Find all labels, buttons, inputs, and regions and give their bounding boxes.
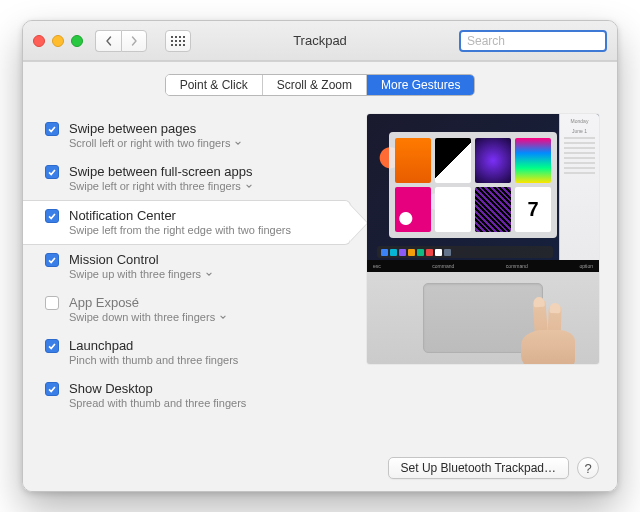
chevron-down-icon: [205, 268, 213, 280]
option-subtitle: Pinch with thumb and three fingers: [69, 354, 238, 366]
hand-icon: [511, 298, 575, 364]
gesture-options-list: Swipe between pages Scroll left or right…: [41, 114, 351, 447]
show-all-button[interactable]: [165, 30, 191, 52]
notification-center-panel: Monday June 1: [559, 114, 599, 260]
checkbox-notification-center[interactable]: [45, 209, 59, 223]
window-controls: [33, 35, 83, 47]
checkbox-mission-control[interactable]: [45, 253, 59, 267]
search-input[interactable]: [467, 34, 617, 48]
tab-point-click[interactable]: Point & Click: [166, 75, 263, 95]
option-title: Swipe between full-screen apps: [69, 164, 253, 179]
option-notification-center[interactable]: Notification Center Swipe left from the …: [23, 200, 351, 245]
option-subtitle[interactable]: Swipe left or right with three fingers: [69, 180, 253, 192]
footer: Set Up Bluetooth Trackpad… ?: [23, 447, 617, 491]
preview-dock: [377, 246, 553, 258]
tab-more-gestures[interactable]: More Gestures: [367, 75, 474, 95]
option-subtitle[interactable]: Swipe up with three fingers: [69, 268, 213, 280]
option-title: Show Desktop: [69, 381, 246, 396]
preview-screen: Monday June 1: [367, 114, 599, 260]
chevron-down-icon: [245, 180, 253, 192]
option-title: Mission Control: [69, 252, 213, 267]
zoom-button[interactable]: [71, 35, 83, 47]
option-title: Notification Center: [69, 208, 291, 223]
option-app-expose[interactable]: App Exposé Swipe down with three fingers: [41, 288, 351, 331]
chevron-down-icon: [219, 311, 227, 323]
help-button[interactable]: ?: [577, 457, 599, 479]
tab-bar: Point & Click Scroll & Zoom More Gesture…: [23, 74, 617, 96]
trackpad-preferences-window: Trackpad Point & Click Scroll & Zoom Mor…: [22, 20, 618, 492]
preview-touchbar: esc command command option: [367, 260, 599, 272]
checkbox-swipe-pages[interactable]: [45, 122, 59, 136]
setup-bluetooth-trackpad-button[interactable]: Set Up Bluetooth Trackpad…: [388, 457, 569, 479]
option-subtitle[interactable]: Scroll left or right with two fingers: [69, 137, 242, 149]
tab-scroll-zoom[interactable]: Scroll & Zoom: [263, 75, 367, 95]
option-title: App Exposé: [69, 295, 227, 310]
checkbox-show-desktop[interactable]: [45, 382, 59, 396]
checkbox-swipe-apps[interactable]: [45, 165, 59, 179]
option-launchpad[interactable]: Launchpad Pinch with thumb and three fin…: [41, 331, 351, 374]
option-mission-control[interactable]: Mission Control Swipe up with three fing…: [41, 245, 351, 288]
grid-icon: [171, 36, 185, 46]
titlebar: Trackpad: [23, 21, 617, 61]
main-panel: Point & Click Scroll & Zoom More Gesture…: [23, 61, 617, 491]
option-swipe-between-pages[interactable]: Swipe between pages Scroll left or right…: [41, 114, 351, 157]
option-subtitle[interactable]: Swipe down with three fingers: [69, 311, 227, 323]
nav-buttons: [95, 30, 147, 52]
desktop-thumbnails: [389, 132, 557, 238]
forward-button[interactable]: [121, 30, 147, 52]
minimize-button[interactable]: [52, 35, 64, 47]
search-field[interactable]: [459, 30, 607, 52]
checkbox-launchpad[interactable]: [45, 339, 59, 353]
preview-trackpad-area: [367, 272, 599, 364]
gesture-preview: Monday June 1 esc command command option: [367, 114, 599, 364]
option-swipe-fullscreen-apps[interactable]: Swipe between full-screen apps Swipe lef…: [41, 157, 351, 200]
option-subtitle: Swipe left from the right edge with two …: [69, 224, 291, 236]
checkbox-app-expose[interactable]: [45, 296, 59, 310]
option-title: Launchpad: [69, 338, 238, 353]
chevron-down-icon: [234, 137, 242, 149]
back-button[interactable]: [95, 30, 121, 52]
close-button[interactable]: [33, 35, 45, 47]
option-show-desktop[interactable]: Show Desktop Spread with thumb and three…: [41, 374, 351, 417]
option-title: Swipe between pages: [69, 121, 242, 136]
option-subtitle: Spread with thumb and three fingers: [69, 397, 246, 409]
